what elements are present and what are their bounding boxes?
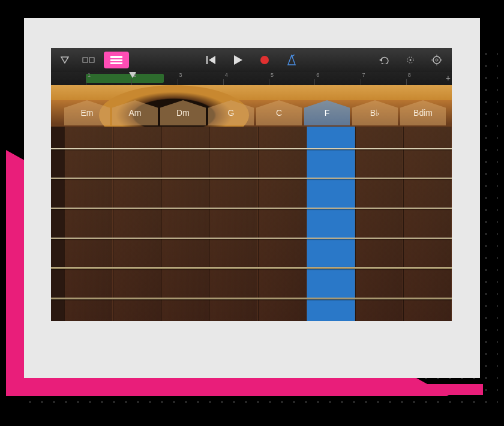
add-section-button[interactable]: + — [446, 73, 451, 83]
svg-rect-3 — [110, 56, 122, 58]
garageband-smart-guitar: 1 2 3 4 5 6 7 8 + Em Am Dm G C F B♭ Bdim — [51, 48, 452, 321]
bar-number: 1 — [88, 72, 91, 78]
svg-marker-8 — [234, 55, 242, 65]
play-button[interactable] — [229, 52, 247, 68]
chord-row: Em Am Dm G C F B♭ Bdim — [51, 100, 452, 127]
ruler-bar: 5 — [269, 79, 314, 85]
chord-label: Bdim — [413, 108, 433, 118]
bar-number: 7 — [362, 72, 365, 78]
chord-tab-bflat[interactable]: B♭ — [352, 100, 398, 125]
ruler-bar: 4 — [223, 79, 269, 85]
notes-view-button[interactable] — [77, 52, 100, 68]
svg-marker-0 — [61, 57, 68, 63]
ruler-bar: 7 — [361, 79, 406, 85]
master-fx-button[interactable] — [400, 52, 421, 68]
bar-number: 4 — [225, 72, 228, 78]
string-3[interactable] — [51, 208, 452, 209]
bar-number: 3 — [179, 72, 182, 78]
chord-tab-bdim[interactable]: Bdim — [400, 100, 446, 125]
ruler-bar: 6 — [314, 79, 360, 85]
screenshot-frame: 1 2 3 4 5 6 7 8 + Em Am Dm G C F B♭ Bdim — [24, 18, 480, 378]
svg-rect-2 — [89, 58, 94, 62]
browser-button[interactable] — [56, 52, 74, 68]
svg-point-14 — [433, 56, 440, 64]
chord-label: Em — [81, 108, 94, 118]
decorative-pink-bar — [36, 384, 483, 395]
playhead-icon[interactable] — [129, 72, 136, 78]
bar-number: 5 — [271, 72, 274, 78]
undo-button[interactable] — [374, 52, 394, 68]
undo-icon — [379, 56, 389, 64]
record-button[interactable] — [256, 52, 274, 68]
strum-area[interactable] — [51, 127, 452, 321]
chord-label: Dm — [176, 108, 190, 118]
ruler-bar: 2 — [131, 79, 177, 85]
chord-tab-em[interactable]: Em — [64, 100, 110, 125]
timeline-ruler[interactable]: 1 2 3 4 5 6 7 8 + — [51, 72, 452, 85]
string-1[interactable] — [51, 148, 452, 149]
toolbar — [51, 48, 452, 72]
svg-point-15 — [436, 59, 438, 61]
svg-rect-4 — [110, 59, 122, 61]
string-4[interactable] — [51, 238, 452, 239]
svg-marker-9 — [288, 55, 295, 65]
ruler-bar: 3 — [178, 79, 223, 85]
chord-tab-am[interactable]: Am — [112, 100, 158, 125]
rewind-icon — [206, 56, 216, 64]
chord-label: C — [276, 108, 282, 118]
chord-label: B♭ — [370, 108, 380, 118]
chord-label: Am — [129, 108, 142, 118]
triangle-down-icon — [61, 56, 69, 64]
rewind-button[interactable] — [202, 52, 221, 68]
metronome-icon — [287, 55, 296, 65]
metronome-button[interactable] — [282, 52, 301, 68]
right-toolbar-group — [374, 52, 447, 68]
gear-icon — [431, 55, 442, 65]
svg-marker-11 — [379, 58, 382, 62]
bar-number: 6 — [316, 72, 319, 78]
svg-rect-6 — [206, 56, 208, 64]
svg-rect-1 — [83, 58, 88, 62]
guitar-strings — [51, 127, 452, 321]
play-icon — [234, 55, 242, 65]
dial-icon — [405, 55, 416, 65]
string-6[interactable] — [51, 298, 452, 299]
ruler-bar: 8 — [406, 79, 452, 85]
chord-label: G — [228, 108, 235, 118]
string-2[interactable] — [51, 178, 452, 179]
fretboard-icon — [82, 56, 95, 64]
bar-number: 8 — [408, 72, 411, 78]
transport-controls — [202, 52, 301, 68]
chord-tab-g[interactable]: G — [208, 100, 254, 125]
chord-tab-dm[interactable]: Dm — [160, 100, 206, 125]
chord-label: F — [325, 108, 330, 118]
svg-marker-7 — [209, 56, 215, 64]
ruler-bar: 1 — [86, 79, 131, 85]
record-icon — [260, 56, 269, 64]
chord-strips-icon — [110, 55, 123, 65]
chord-tab-f[interactable]: F — [304, 100, 350, 125]
chord-tab-c[interactable]: C — [256, 100, 302, 125]
svg-point-13 — [410, 59, 412, 61]
svg-rect-5 — [110, 62, 122, 64]
string-5[interactable] — [51, 267, 452, 269]
chord-strips-view-button[interactable] — [104, 52, 129, 68]
chord-tabs: Em Am Dm G C F B♭ Bdim — [51, 100, 452, 127]
settings-button[interactable] — [427, 52, 447, 68]
